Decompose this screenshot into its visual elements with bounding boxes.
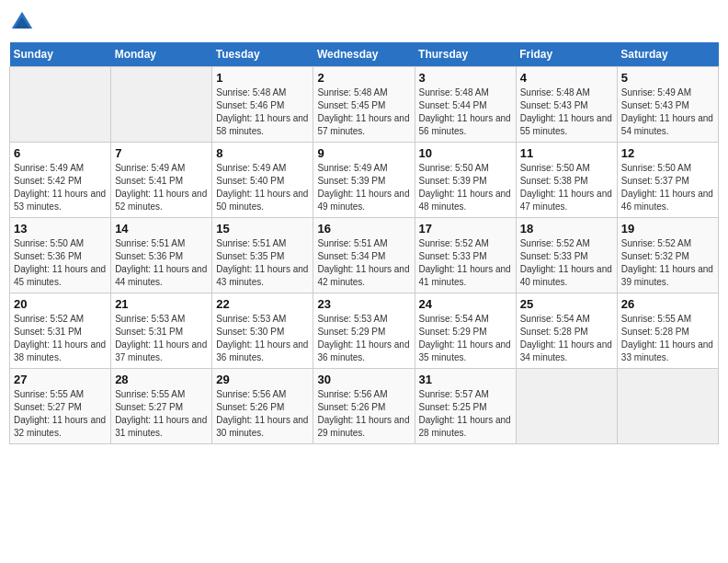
- calendar-cell: [111, 67, 212, 143]
- calendar-cell: 31Sunrise: 5:57 AM Sunset: 5:25 PM Dayli…: [415, 369, 516, 444]
- day-number: 3: [419, 71, 512, 85]
- day-number: 6: [14, 146, 107, 160]
- day-info: Sunrise: 5:53 AM Sunset: 5:29 PM Dayligh…: [317, 313, 410, 364]
- day-number: 9: [317, 146, 410, 160]
- calendar-cell: [10, 67, 111, 143]
- day-number: 8: [216, 146, 309, 160]
- day-number: 28: [115, 373, 208, 386]
- day-info: Sunrise: 5:49 AM Sunset: 5:39 PM Dayligh…: [317, 162, 410, 213]
- day-number: 23: [317, 297, 410, 311]
- calendar-cell: 14Sunrise: 5:51 AM Sunset: 5:36 PM Dayli…: [111, 218, 212, 293]
- calendar-cell: 17Sunrise: 5:52 AM Sunset: 5:33 PM Dayli…: [415, 218, 516, 293]
- logo-icon: [9, 9, 35, 35]
- day-info: Sunrise: 5:52 AM Sunset: 5:31 PM Dayligh…: [14, 313, 107, 364]
- day-info: Sunrise: 5:56 AM Sunset: 5:26 PM Dayligh…: [317, 388, 410, 440]
- day-number: 30: [317, 373, 410, 386]
- calendar-cell: 15Sunrise: 5:51 AM Sunset: 5:35 PM Dayli…: [212, 218, 313, 293]
- calendar-cell: 11Sunrise: 5:50 AM Sunset: 5:38 PM Dayli…: [516, 143, 617, 218]
- day-info: Sunrise: 5:54 AM Sunset: 5:28 PM Dayligh…: [520, 313, 613, 364]
- calendar-cell: [617, 369, 718, 444]
- calendar-cell: 13Sunrise: 5:50 AM Sunset: 5:36 PM Dayli…: [10, 218, 111, 293]
- calendar-cell: 28Sunrise: 5:55 AM Sunset: 5:27 PM Dayli…: [111, 369, 212, 444]
- day-number: 20: [14, 297, 107, 311]
- calendar-cell: 19Sunrise: 5:52 AM Sunset: 5:32 PM Dayli…: [617, 218, 718, 293]
- calendar-cell: 4Sunrise: 5:48 AM Sunset: 5:43 PM Daylig…: [516, 67, 617, 143]
- day-info: Sunrise: 5:50 AM Sunset: 5:39 PM Dayligh…: [419, 162, 512, 213]
- day-number: 31: [419, 373, 512, 386]
- day-number: 1: [216, 71, 309, 85]
- calendar-cell: 27Sunrise: 5:55 AM Sunset: 5:27 PM Dayli…: [10, 369, 111, 444]
- logo: [9, 9, 39, 35]
- day-number: 19: [621, 222, 714, 236]
- day-number: 10: [419, 146, 512, 160]
- calendar-cell: 29Sunrise: 5:56 AM Sunset: 5:26 PM Dayli…: [212, 369, 313, 444]
- calendar-cell: [516, 369, 617, 444]
- day-info: Sunrise: 5:53 AM Sunset: 5:30 PM Dayligh…: [216, 313, 309, 364]
- calendar-cell: 20Sunrise: 5:52 AM Sunset: 5:31 PM Dayli…: [10, 293, 111, 369]
- day-info: Sunrise: 5:49 AM Sunset: 5:42 PM Dayligh…: [14, 162, 107, 213]
- day-info: Sunrise: 5:52 AM Sunset: 5:33 PM Dayligh…: [520, 237, 613, 289]
- calendar-cell: 5Sunrise: 5:49 AM Sunset: 5:43 PM Daylig…: [617, 67, 718, 143]
- day-number: 21: [115, 297, 208, 311]
- day-info: Sunrise: 5:48 AM Sunset: 5:43 PM Dayligh…: [520, 86, 613, 138]
- day-info: Sunrise: 5:50 AM Sunset: 5:37 PM Dayligh…: [621, 162, 714, 213]
- calendar-cell: 24Sunrise: 5:54 AM Sunset: 5:29 PM Dayli…: [415, 293, 516, 369]
- day-number: 7: [115, 146, 208, 160]
- calendar-cell: 1Sunrise: 5:48 AM Sunset: 5:46 PM Daylig…: [212, 67, 313, 143]
- day-number: 12: [621, 146, 714, 160]
- calendar-cell: 26Sunrise: 5:55 AM Sunset: 5:28 PM Dayli…: [617, 293, 718, 369]
- day-number: 14: [115, 222, 208, 236]
- day-info: Sunrise: 5:57 AM Sunset: 5:25 PM Dayligh…: [419, 388, 512, 440]
- day-number: 16: [317, 222, 410, 236]
- day-info: Sunrise: 5:51 AM Sunset: 5:34 PM Dayligh…: [317, 237, 410, 289]
- day-number: 27: [14, 373, 107, 386]
- calendar-cell: 22Sunrise: 5:53 AM Sunset: 5:30 PM Dayli…: [212, 293, 313, 369]
- calendar-cell: 30Sunrise: 5:56 AM Sunset: 5:26 PM Dayli…: [313, 369, 415, 444]
- calendar-cell: 6Sunrise: 5:49 AM Sunset: 5:42 PM Daylig…: [10, 143, 111, 218]
- day-header-wednesday: Wednesday: [313, 42, 415, 67]
- day-info: Sunrise: 5:55 AM Sunset: 5:27 PM Dayligh…: [14, 388, 107, 440]
- day-number: 29: [216, 373, 309, 386]
- calendar-cell: 3Sunrise: 5:48 AM Sunset: 5:44 PM Daylig…: [415, 67, 516, 143]
- calendar-cell: 2Sunrise: 5:48 AM Sunset: 5:45 PM Daylig…: [313, 67, 415, 143]
- calendar-cell: 12Sunrise: 5:50 AM Sunset: 5:37 PM Dayli…: [617, 143, 718, 218]
- day-info: Sunrise: 5:51 AM Sunset: 5:35 PM Dayligh…: [216, 237, 309, 289]
- day-info: Sunrise: 5:48 AM Sunset: 5:44 PM Dayligh…: [419, 86, 512, 138]
- day-info: Sunrise: 5:48 AM Sunset: 5:45 PM Dayligh…: [317, 86, 410, 138]
- day-info: Sunrise: 5:53 AM Sunset: 5:31 PM Dayligh…: [115, 313, 208, 364]
- day-number: 5: [621, 71, 714, 85]
- calendar-cell: 7Sunrise: 5:49 AM Sunset: 5:41 PM Daylig…: [111, 143, 212, 218]
- day-header-sunday: Sunday: [10, 42, 111, 67]
- calendar-cell: 9Sunrise: 5:49 AM Sunset: 5:39 PM Daylig…: [313, 143, 415, 218]
- calendar-cell: 10Sunrise: 5:50 AM Sunset: 5:39 PM Dayli…: [415, 143, 516, 218]
- day-info: Sunrise: 5:49 AM Sunset: 5:40 PM Dayligh…: [216, 162, 309, 213]
- day-info: Sunrise: 5:55 AM Sunset: 5:27 PM Dayligh…: [115, 388, 208, 440]
- day-number: 18: [520, 222, 613, 236]
- day-number: 15: [216, 222, 309, 236]
- calendar-cell: 16Sunrise: 5:51 AM Sunset: 5:34 PM Dayli…: [313, 218, 415, 293]
- calendar-cell: 25Sunrise: 5:54 AM Sunset: 5:28 PM Dayli…: [516, 293, 617, 369]
- day-info: Sunrise: 5:52 AM Sunset: 5:32 PM Dayligh…: [621, 237, 714, 289]
- day-number: 22: [216, 297, 309, 311]
- calendar-table: SundayMondayTuesdayWednesdayThursdayFrid…: [9, 42, 719, 444]
- day-info: Sunrise: 5:50 AM Sunset: 5:38 PM Dayligh…: [520, 162, 613, 213]
- calendar-cell: 23Sunrise: 5:53 AM Sunset: 5:29 PM Dayli…: [313, 293, 415, 369]
- day-info: Sunrise: 5:49 AM Sunset: 5:43 PM Dayligh…: [621, 86, 714, 138]
- day-info: Sunrise: 5:54 AM Sunset: 5:29 PM Dayligh…: [419, 313, 512, 364]
- day-number: 11: [520, 146, 613, 160]
- day-number: 4: [520, 71, 613, 85]
- day-info: Sunrise: 5:48 AM Sunset: 5:46 PM Dayligh…: [216, 86, 309, 138]
- day-info: Sunrise: 5:49 AM Sunset: 5:41 PM Dayligh…: [115, 162, 208, 213]
- day-info: Sunrise: 5:51 AM Sunset: 5:36 PM Dayligh…: [115, 237, 208, 289]
- calendar-header: SundayMondayTuesdayWednesdayThursdayFrid…: [10, 42, 719, 67]
- day-number: 25: [520, 297, 613, 311]
- calendar-cell: 21Sunrise: 5:53 AM Sunset: 5:31 PM Dayli…: [111, 293, 212, 369]
- day-header-saturday: Saturday: [617, 42, 718, 67]
- day-info: Sunrise: 5:56 AM Sunset: 5:26 PM Dayligh…: [216, 388, 309, 440]
- calendar-cell: 8Sunrise: 5:49 AM Sunset: 5:40 PM Daylig…: [212, 143, 313, 218]
- day-number: 13: [14, 222, 107, 236]
- day-header-friday: Friday: [516, 42, 617, 67]
- day-number: 2: [317, 71, 410, 85]
- day-number: 17: [419, 222, 512, 236]
- day-info: Sunrise: 5:55 AM Sunset: 5:28 PM Dayligh…: [621, 313, 714, 364]
